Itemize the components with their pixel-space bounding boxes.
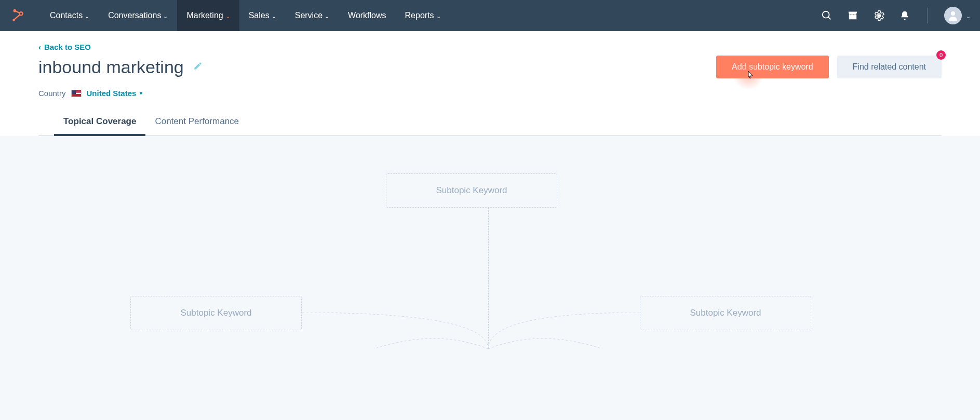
us-flag-icon — [71, 90, 82, 97]
nav-divider — [927, 8, 928, 23]
cursor-pointer-icon — [745, 70, 756, 82]
bell-icon[interactable] — [899, 10, 910, 21]
country-value: United States — [87, 89, 137, 98]
nav-label: Service — [295, 11, 323, 20]
button-label: Find related content — [853, 62, 926, 72]
count-badge: 0 — [936, 50, 946, 60]
nav-item-reports[interactable]: Reports⌄ — [396, 0, 450, 31]
nav-item-conversations[interactable]: Conversations⌄ — [99, 0, 177, 31]
tabs: Topical Coverage Content Performance — [38, 111, 942, 136]
country-selector-row: Country United States ▼ — [38, 89, 942, 98]
topic-cluster-canvas: Subtopic Keyword Subtopic Keyword Subtop… — [0, 136, 980, 420]
svg-point-11 — [951, 11, 955, 16]
chevron-left-icon: ‹ — [38, 43, 41, 51]
find-related-button[interactable]: Find related content 0 — [837, 56, 942, 78]
avatar-icon — [944, 7, 962, 24]
nav-label: Reports — [405, 11, 434, 20]
nav-label: Marketing — [186, 11, 223, 20]
nav-item-sales[interactable]: Sales⌄ — [239, 0, 286, 31]
page-title: inbound marketing — [38, 57, 184, 77]
search-icon[interactable] — [821, 10, 833, 21]
nav-item-marketing[interactable]: Marketing⌄ — [177, 0, 239, 31]
connector-line — [374, 328, 602, 354]
subtopic-placeholder[interactable]: Subtopic Keyword — [386, 173, 557, 208]
nav-menu: Contacts⌄ Conversations⌄ Marketing⌄ Sale… — [41, 0, 450, 31]
action-buttons: Add subtopic keyword Find related conten… — [716, 56, 942, 78]
caret-down-icon: ▼ — [138, 90, 143, 96]
nav-label: Contacts — [50, 11, 83, 20]
button-label: Add subtopic keyword — [732, 62, 813, 72]
marketplace-icon[interactable] — [847, 10, 858, 21]
account-menu[interactable]: ⌄ — [944, 7, 971, 24]
page-header: ‹ Back to SEO inbound marketing Add subt… — [0, 31, 980, 136]
title-row: inbound marketing Add subtopic keyword F… — [38, 56, 942, 78]
back-link[interactable]: ‹ Back to SEO — [38, 43, 942, 51]
nav-item-contacts[interactable]: Contacts⌄ — [41, 0, 99, 31]
chevron-down-icon: ⌄ — [225, 13, 230, 20]
nav-label: Sales — [249, 11, 270, 20]
add-subtopic-button[interactable]: Add subtopic keyword — [716, 56, 829, 78]
gear-icon[interactable] — [873, 10, 884, 21]
svg-point-10 — [877, 14, 880, 17]
svg-point-3 — [20, 12, 22, 15]
chevron-down-icon: ⌄ — [272, 13, 276, 20]
nav-item-workflows[interactable]: Workflows — [339, 0, 396, 31]
country-dropdown[interactable]: United States ▼ — [87, 89, 144, 98]
nav-label: Conversations — [108, 11, 161, 20]
nav-item-service[interactable]: Service⌄ — [286, 0, 339, 31]
svg-rect-8 — [850, 15, 856, 19]
svg-point-4 — [823, 11, 829, 18]
back-label: Back to SEO — [44, 43, 91, 51]
subtopic-placeholder[interactable]: Subtopic Keyword — [130, 296, 302, 330]
nav-label: Workflows — [348, 11, 386, 20]
svg-line-5 — [828, 17, 831, 20]
chevron-down-icon: ⌄ — [966, 13, 971, 20]
chevron-down-icon: ⌄ — [85, 13, 89, 20]
chevron-down-icon: ⌄ — [163, 13, 168, 20]
chevron-down-icon: ⌄ — [436, 13, 441, 20]
chevron-down-icon: ⌄ — [325, 13, 329, 20]
country-label: Country — [38, 89, 66, 98]
nav-right: ⌄ — [821, 7, 971, 24]
tab-topical-coverage[interactable]: Topical Coverage — [54, 111, 145, 136]
top-navbar: Contacts⌄ Conversations⌄ Marketing⌄ Sale… — [0, 0, 980, 31]
tab-content-performance[interactable]: Content Performance — [145, 111, 248, 136]
edit-icon[interactable] — [193, 61, 203, 73]
hubspot-logo-icon[interactable] — [10, 8, 25, 23]
